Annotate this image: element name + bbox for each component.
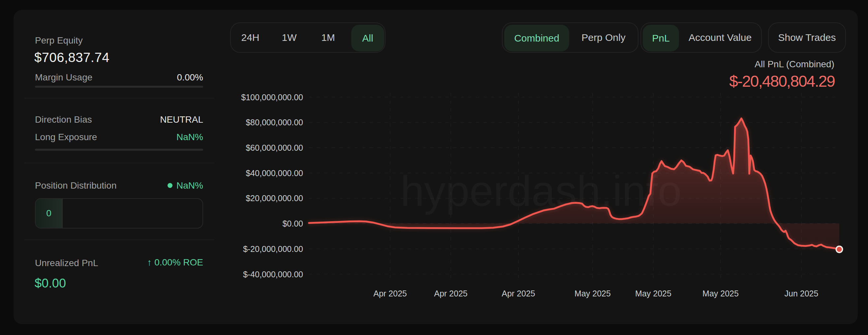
svg-text:Jun 2025: Jun 2025 [784,289,818,298]
svg-text:May 2025: May 2025 [703,289,739,298]
svg-text:$-40,000,000.00: $-40,000,000.00 [243,270,303,279]
svg-text:Apr 2025: Apr 2025 [373,289,407,298]
svg-text:$-20,000,000.00: $-20,000,000.00 [243,244,303,253]
svg-text:May 2025: May 2025 [635,289,672,298]
svg-text:Apr 2025: Apr 2025 [434,289,467,298]
svg-text:$0.00: $0.00 [282,219,303,228]
svg-text:hyperdash.info: hyperdash.info [400,167,682,215]
svg-text:$100,000,000.00: $100,000,000.00 [241,93,303,102]
svg-text:Apr 2025: Apr 2025 [502,289,535,298]
svg-text:$20,000,000.00: $20,000,000.00 [246,193,303,203]
svg-text:May 2025: May 2025 [575,289,611,298]
svg-text:$60,000,000.00: $60,000,000.00 [246,143,303,152]
svg-text:$80,000,000.00: $80,000,000.00 [246,118,303,127]
svg-text:$40,000,000.00: $40,000,000.00 [246,169,303,178]
